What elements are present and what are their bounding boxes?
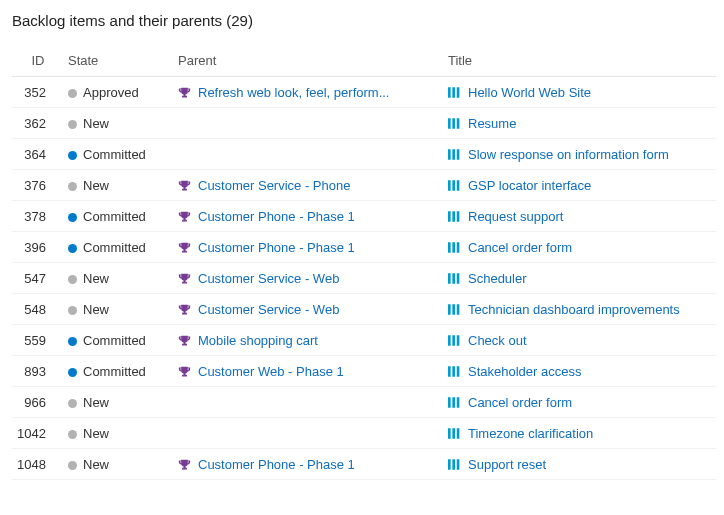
svg-rect-27 bbox=[448, 366, 451, 377]
cell-title: Resume bbox=[444, 108, 716, 139]
cell-id: 376 bbox=[12, 170, 64, 201]
state-dot-icon bbox=[68, 120, 77, 129]
state-dot-icon bbox=[68, 213, 77, 222]
parent-link[interactable]: Customer Phone - Phase 1 bbox=[198, 240, 355, 255]
cell-state: New bbox=[64, 108, 174, 139]
feature-trophy-icon bbox=[178, 210, 192, 223]
cell-state: Committed bbox=[64, 232, 174, 263]
parent-link[interactable]: Customer Service - Web bbox=[198, 302, 339, 317]
table-row[interactable]: 376NewCustomer Service - PhoneGSP locato… bbox=[12, 170, 716, 201]
svg-rect-11 bbox=[457, 180, 460, 191]
feature-trophy-icon bbox=[178, 365, 192, 378]
title-link[interactable]: Scheduler bbox=[468, 271, 527, 286]
state-dot-icon bbox=[68, 461, 77, 470]
table-row[interactable]: 1048NewCustomer Phone - Phase 1Support r… bbox=[12, 449, 716, 480]
table-row[interactable]: 396CommittedCustomer Phone - Phase 1Canc… bbox=[12, 232, 716, 263]
header-row: ID State Parent Title bbox=[12, 47, 716, 77]
svg-rect-25 bbox=[452, 335, 455, 346]
state-label: New bbox=[83, 302, 109, 317]
svg-rect-10 bbox=[452, 180, 455, 191]
cell-id: 396 bbox=[12, 232, 64, 263]
cell-title: Scheduler bbox=[444, 263, 716, 294]
col-header-id[interactable]: ID bbox=[12, 47, 64, 77]
cell-parent: Customer Service - Web bbox=[174, 263, 444, 294]
table-row[interactable]: 352ApprovedRefresh web look, feel, perfo… bbox=[12, 77, 716, 108]
feature-trophy-icon bbox=[178, 86, 192, 99]
title-link[interactable]: Technician dashboard improvements bbox=[468, 302, 680, 317]
cell-state: Committed bbox=[64, 201, 174, 232]
cell-state: New bbox=[64, 170, 174, 201]
state-dot-icon bbox=[68, 244, 77, 253]
state-dot-icon bbox=[68, 275, 77, 284]
parent-link[interactable]: Mobile shopping cart bbox=[198, 333, 318, 348]
state-label: New bbox=[83, 457, 109, 472]
backlog-item-icon bbox=[448, 458, 462, 471]
state-dot-icon bbox=[68, 430, 77, 439]
table-row[interactable]: 893CommittedCustomer Web - Phase 1Stakeh… bbox=[12, 356, 716, 387]
cell-state: New bbox=[64, 449, 174, 480]
parent-link[interactable]: Customer Phone - Phase 1 bbox=[198, 457, 355, 472]
title-link[interactable]: Timezone clarification bbox=[468, 426, 593, 441]
parent-link[interactable]: Refresh web look, feel, perform... bbox=[198, 85, 389, 100]
title-link[interactable]: Cancel order form bbox=[468, 395, 572, 410]
cell-title: Slow response on information form bbox=[444, 139, 716, 170]
parent-link[interactable]: Customer Service - Phone bbox=[198, 178, 350, 193]
title-link[interactable]: Support reset bbox=[468, 457, 546, 472]
cell-id: 364 bbox=[12, 139, 64, 170]
table-row[interactable]: 362NewResume bbox=[12, 108, 716, 139]
col-header-parent[interactable]: Parent bbox=[174, 47, 444, 77]
cell-parent bbox=[174, 139, 444, 170]
col-header-state[interactable]: State bbox=[64, 47, 174, 77]
backlog-item-icon bbox=[448, 241, 462, 254]
cell-title: Technician dashboard improvements bbox=[444, 294, 716, 325]
table-row[interactable]: 364CommittedSlow response on information… bbox=[12, 139, 716, 170]
title-link[interactable]: Hello World Web Site bbox=[468, 85, 591, 100]
state-label: Committed bbox=[83, 364, 146, 379]
backlog-item-icon bbox=[448, 272, 462, 285]
col-header-title[interactable]: Title bbox=[444, 47, 716, 77]
cell-state: New bbox=[64, 387, 174, 418]
state-label: Committed bbox=[83, 333, 146, 348]
cell-parent: Customer Web - Phase 1 bbox=[174, 356, 444, 387]
cell-parent bbox=[174, 108, 444, 139]
state-dot-icon bbox=[68, 399, 77, 408]
parent-link[interactable]: Customer Phone - Phase 1 bbox=[198, 209, 355, 224]
title-link[interactable]: GSP locator interface bbox=[468, 178, 591, 193]
svg-rect-23 bbox=[457, 304, 460, 315]
cell-id: 378 bbox=[12, 201, 64, 232]
state-label: Committed bbox=[83, 147, 146, 162]
table-row[interactable]: 966NewCancel order form bbox=[12, 387, 716, 418]
svg-rect-1 bbox=[452, 87, 455, 98]
cell-id: 547 bbox=[12, 263, 64, 294]
parent-link[interactable]: Customer Web - Phase 1 bbox=[198, 364, 344, 379]
table-row[interactable]: 547NewCustomer Service - WebScheduler bbox=[12, 263, 716, 294]
title-link[interactable]: Slow response on information form bbox=[468, 147, 669, 162]
state-dot-icon bbox=[68, 151, 77, 160]
backlog-item-icon bbox=[448, 148, 462, 161]
svg-rect-8 bbox=[457, 149, 460, 160]
svg-rect-30 bbox=[448, 397, 451, 408]
svg-rect-21 bbox=[448, 304, 451, 315]
feature-trophy-icon bbox=[178, 334, 192, 347]
cell-parent: Mobile shopping cart bbox=[174, 325, 444, 356]
title-link[interactable]: Check out bbox=[468, 333, 527, 348]
title-link[interactable]: Stakeholder access bbox=[468, 364, 581, 379]
cell-title: Timezone clarification bbox=[444, 418, 716, 449]
cell-title: Stakeholder access bbox=[444, 356, 716, 387]
svg-rect-5 bbox=[457, 118, 460, 129]
parent-link[interactable]: Customer Service - Web bbox=[198, 271, 339, 286]
title-link[interactable]: Cancel order form bbox=[468, 240, 572, 255]
table-row[interactable]: 559CommittedMobile shopping cartCheck ou… bbox=[12, 325, 716, 356]
cell-id: 362 bbox=[12, 108, 64, 139]
table-row[interactable]: 548NewCustomer Service - WebTechnician d… bbox=[12, 294, 716, 325]
cell-parent: Customer Phone - Phase 1 bbox=[174, 449, 444, 480]
title-link[interactable]: Resume bbox=[468, 116, 516, 131]
title-link[interactable]: Request support bbox=[468, 209, 563, 224]
svg-rect-17 bbox=[457, 242, 460, 253]
svg-rect-0 bbox=[448, 87, 451, 98]
table-row[interactable]: 1042NewTimezone clarification bbox=[12, 418, 716, 449]
svg-rect-32 bbox=[457, 397, 460, 408]
cell-id: 548 bbox=[12, 294, 64, 325]
feature-trophy-icon bbox=[178, 303, 192, 316]
table-row[interactable]: 378CommittedCustomer Phone - Phase 1Requ… bbox=[12, 201, 716, 232]
